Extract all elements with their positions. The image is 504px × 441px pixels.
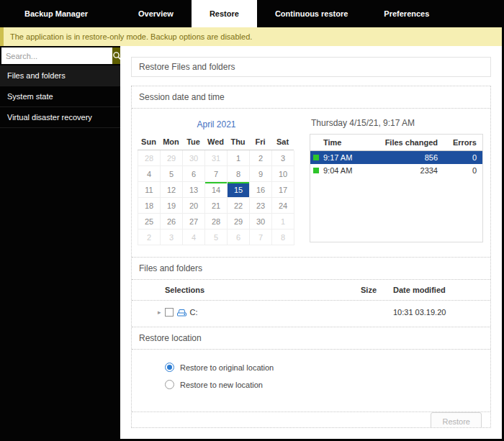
files-section-title: Files and folders — [132, 258, 490, 280]
calendar-day[interactable]: 3 — [272, 150, 294, 166]
files-table-header: Selections Size Date modified — [132, 280, 490, 301]
calendar-day[interactable]: 25 — [138, 214, 161, 229]
radio-option-restore-to-new-location[interactable]: Restore to new location — [165, 380, 490, 389]
calendar-day[interactable]: 10 — [272, 166, 294, 182]
session-errors: 0 — [438, 166, 477, 175]
sessions-column-files-changed: Files changed — [373, 138, 438, 147]
calendar-day[interactable]: 21 — [205, 198, 228, 214]
expand-arrow-icon[interactable]: ▸ — [158, 309, 161, 316]
calendar-day[interactable]: 1 — [228, 150, 250, 166]
calendar-day[interactable]: 28 — [138, 150, 161, 166]
topbar-tabs: OverviewRestoreContinuous restorePrefere… — [120, 0, 447, 27]
calendar-day[interactable]: 8 — [272, 229, 294, 245]
calendar-day[interactable]: 30 — [250, 214, 272, 229]
tab-restore[interactable]: Restore — [192, 0, 257, 27]
app-title: Backup Manager — [0, 0, 120, 27]
weekday-label-mon: Mon — [160, 136, 182, 150]
file-name: C: — [190, 308, 198, 317]
sidebar-search-row — [0, 46, 120, 65]
calendar-day[interactable]: 5 — [205, 229, 228, 245]
calendar-month-label[interactable]: April 2021 — [138, 117, 295, 136]
calendar-day[interactable]: 29 — [228, 214, 250, 229]
calendar-day[interactable]: 8 — [228, 166, 250, 182]
session-row[interactable]: 9:17 AM8560 — [310, 151, 482, 164]
calendar-day[interactable]: 28 — [205, 214, 228, 229]
calendar-day[interactable]: 30 — [183, 150, 205, 166]
restore-only-warning-banner: The application is in restore-only mode.… — [0, 27, 502, 46]
weekday-label-sat: Sat — [271, 136, 294, 150]
backup-manager-window: Backup Manager OverviewRestoreContinuous… — [0, 0, 504, 441]
session-status-icon — [313, 168, 319, 173]
tab-overview[interactable]: Overview — [120, 0, 192, 27]
sidebar-nav: Files and foldersSystem stateVirtual dis… — [0, 65, 120, 128]
sessions-table: TimeFiles changedErrors 9:17 AM85609:04 … — [310, 134, 483, 242]
calendar-day[interactable]: 27 — [183, 214, 205, 229]
calendar-grid: 2829303112345678910111213141516171819202… — [138, 150, 295, 245]
calendar-day[interactable]: 4 — [183, 229, 205, 245]
calendar-day[interactable]: 18 — [138, 198, 161, 214]
calendar-day[interactable]: 20 — [183, 198, 205, 214]
file-tree-row[interactable]: ▸C:10:31 03.19.20 — [139, 305, 483, 319]
file-checkbox[interactable] — [165, 308, 174, 317]
calendar-day[interactable]: 17 — [272, 182, 294, 198]
sessions-date-title: Thursday 4/15/21, 9:17 AM — [311, 118, 483, 128]
sessions-header: TimeFiles changedErrors — [310, 135, 482, 151]
calendar-day[interactable]: 3 — [161, 229, 183, 245]
sidebar-item-system-state[interactable]: System state — [0, 86, 120, 107]
calendar-day[interactable]: 11 — [138, 182, 161, 198]
calendar-day[interactable]: 14 — [205, 182, 228, 198]
sidebar-item-virtual-disaster-recovery[interactable]: Virtual disaster recovery — [0, 107, 120, 128]
calendar-day[interactable]: 24 — [272, 198, 294, 214]
calendar-day[interactable]: 31 — [205, 150, 228, 166]
page-title: Restore Files and folders — [131, 57, 491, 77]
calendar-day[interactable]: 2 — [250, 150, 272, 166]
calendar-day[interactable]: 9 — [250, 166, 272, 182]
calendar-day[interactable]: 12 — [161, 182, 183, 198]
calendar-day[interactable]: 5 — [161, 166, 183, 182]
session-section-title: Session date and time — [132, 86, 490, 109]
weekday-label-tue: Tue — [182, 136, 204, 150]
files-column-size: Size — [361, 286, 393, 294]
calendar-day[interactable]: 22 — [228, 198, 250, 214]
sidebar: Files and foldersSystem stateVirtual dis… — [0, 46, 120, 439]
calendar-day[interactable]: 2 — [138, 229, 161, 245]
sidebar-item-files-and-folders[interactable]: Files and folders — [0, 65, 120, 86]
calendar-day[interactable]: 1 — [272, 214, 294, 229]
calendar-day[interactable]: 16 — [250, 182, 272, 198]
calendar-day[interactable]: 6 — [228, 229, 250, 245]
tab-preferences[interactable]: Preferences — [366, 0, 447, 27]
sessions-panel: Thursday 4/15/21, 9:17 AM TimeFiles chan… — [310, 117, 483, 245]
weekday-label-wed: Wed — [204, 136, 227, 150]
file-date-modified: 10:31 03.19.20 — [393, 308, 483, 317]
calendar-day[interactable]: 23 — [250, 198, 272, 214]
calendar-day[interactable]: 4 — [138, 166, 161, 182]
calendar-day[interactable]: 15 — [228, 182, 250, 198]
calendar-day[interactable]: 26 — [161, 214, 183, 229]
files-section: Files and folders Selections Size Date m… — [132, 258, 490, 327]
files-column-date-modified: Date modified — [393, 286, 483, 294]
panel-footer: Restore — [132, 412, 490, 428]
calendar-day[interactable]: 19 — [161, 198, 183, 214]
radio-option-restore-to-original-location[interactable]: Restore to original location — [165, 363, 490, 372]
calendar: April 2021 SunMonTueWedThuFriSat 2829303… — [138, 117, 295, 245]
weekday-label-thu: Thu — [227, 136, 249, 150]
file-selection-cell: ▸C: — [139, 308, 361, 317]
restore-sections-panel: Session date and time April 2021 SunMonT… — [131, 86, 491, 428]
calendar-day[interactable]: 7 — [205, 166, 228, 182]
session-row[interactable]: 9:04 AM23340 — [310, 164, 482, 177]
search-input[interactable] — [1, 47, 112, 64]
radio-button[interactable] — [165, 363, 174, 372]
restore-location-title: Restore location — [132, 327, 490, 350]
content-area: Restore Files and folders Session date a… — [120, 46, 502, 439]
calendar-day[interactable]: 6 — [183, 166, 205, 182]
calendar-day[interactable]: 7 — [250, 229, 272, 245]
tab-continuous-restore[interactable]: Continuous restore — [257, 0, 366, 27]
restore-button[interactable]: Restore — [431, 412, 482, 428]
session-files-changed: 2334 — [373, 166, 438, 175]
calendar-day[interactable]: 29 — [161, 150, 183, 166]
weekday-label-fri: Fri — [249, 136, 271, 150]
radio-button[interactable] — [165, 380, 174, 389]
main-body: Files and foldersSystem stateVirtual dis… — [0, 46, 502, 439]
session-time: 9:17 AM — [323, 153, 373, 162]
calendar-day[interactable]: 13 — [183, 182, 205, 198]
